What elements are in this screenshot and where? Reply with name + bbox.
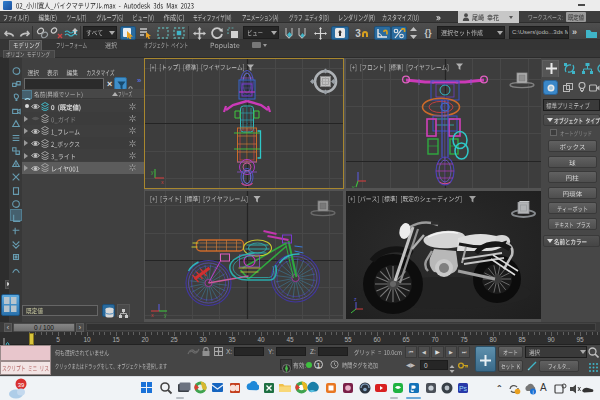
svg-text:i: i: [532, 389, 533, 395]
svg-text:Ps: Ps: [459, 385, 468, 392]
svg-text:39: 39: [18, 382, 25, 388]
